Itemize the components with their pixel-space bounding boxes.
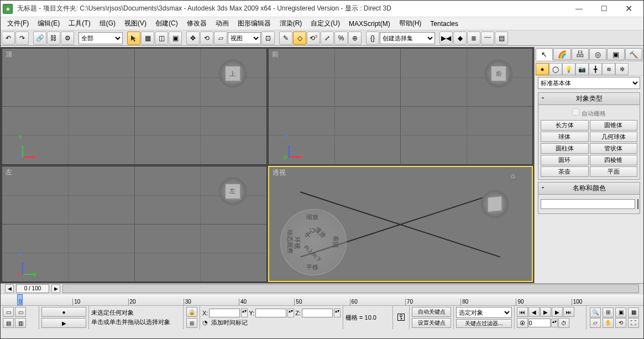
time-tag-icon[interactable]: ◔ — [202, 319, 208, 326]
time-track[interactable] — [62, 284, 639, 293]
time-playhead[interactable] — [17, 294, 23, 305]
add-time-tag[interactable]: 添加时间标记 — [211, 319, 248, 327]
menu-view[interactable]: 视图(V) — [120, 17, 151, 30]
nav-zoom-extents-button[interactable]: ▣ — [615, 307, 626, 317]
named-sets-edit-button[interactable]: {} — [366, 32, 379, 45]
cat-spacewarps[interactable]: ≋ — [602, 63, 615, 75]
align-button[interactable]: ◆ — [453, 32, 467, 45]
btn-cylinder[interactable]: 圆柱体 — [541, 143, 589, 154]
script-listener-icon[interactable]: ▤ — [3, 318, 14, 328]
nav-fov-button[interactable]: ▱ — [590, 318, 601, 328]
viewport-top[interactable]: 顶 上 x y z — [2, 48, 267, 165]
menu-animation[interactable]: 动画 — [211, 17, 233, 30]
menu-help[interactable]: 帮助(H) — [395, 17, 426, 30]
layers-button[interactable]: ≣ — [467, 32, 480, 45]
btn-torus[interactable]: 圆环 — [541, 155, 589, 165]
percent-snap-button[interactable]: ⤢ — [321, 32, 334, 45]
nav-zoomall-button[interactable]: ⊞ — [603, 307, 614, 317]
cat-shapes[interactable]: ◯ — [549, 63, 562, 75]
cat-geometry[interactable]: ● — [536, 63, 549, 75]
btn-pyramid[interactable]: 四棱锥 — [590, 155, 638, 165]
viewcube-front[interactable]: 前 — [481, 56, 516, 91]
viewcube-left[interactable]: 左 — [216, 174, 250, 208]
selection-filter-dropdown[interactable]: 全部 — [78, 32, 123, 44]
next-frame-button[interactable]: ▶ — [552, 307, 563, 317]
menu-customize[interactable]: 自定义(U) — [306, 17, 344, 30]
trackbar-toggle-icon[interactable]: ▭ — [3, 307, 14, 317]
menu-tentacles[interactable]: Tentacles — [426, 18, 463, 29]
select-region-button[interactable]: ◫ — [155, 32, 168, 45]
menu-rendering[interactable]: 渲染(R) — [275, 17, 307, 30]
script-mini-icon[interactable]: ▥ — [15, 318, 26, 328]
window-crossing-button[interactable]: ▣ — [169, 32, 182, 45]
viewcube-persp[interactable] — [478, 187, 512, 221]
tab-modify[interactable]: 🌈 — [553, 48, 570, 60]
macro-rec-icon[interactable]: ● — [41, 307, 86, 317]
link-button[interactable]: 🔗 — [33, 32, 46, 45]
btn-tube[interactable]: 管状体 — [590, 143, 638, 154]
primitive-class-dropdown[interactable]: 标准基本体 — [538, 77, 640, 89]
autokey-button[interactable]: 自动关键点 — [412, 307, 451, 317]
cat-systems[interactable]: ✲ — [615, 63, 629, 75]
time-next-button[interactable]: ▶ — [51, 284, 60, 293]
nav-pan-button[interactable]: ✋ — [603, 318, 614, 328]
steering-wheel[interactable]: 缩放 中心 环视 平移 动态观察 漫游 向上/向下 回放 — [280, 209, 347, 275]
coord-z-input[interactable] — [302, 309, 333, 317]
tab-motion[interactable]: ◎ — [589, 48, 606, 60]
time-slider[interactable]: 0 / 100 — [16, 284, 49, 293]
viewcube-top[interactable]: 上 — [216, 56, 250, 91]
menu-maxscript[interactable]: MAXScript(M) — [344, 18, 395, 29]
object-color-swatch[interactable] — [637, 199, 638, 209]
cat-cameras[interactable]: 📷 — [575, 63, 589, 75]
mirror-button[interactable]: ▶◀ — [439, 32, 453, 45]
lock-selection-icon[interactable]: 🔒 — [186, 307, 197, 317]
viewcube-home-icon[interactable]: ⌂ — [511, 171, 515, 180]
play-button[interactable]: ▶ — [540, 307, 551, 317]
nav-maximize-button[interactable]: ⛶ — [628, 318, 639, 328]
menu-create[interactable]: 创建(C) — [151, 17, 182, 30]
unlink-button[interactable]: ⛓ — [47, 32, 60, 45]
select-name-button[interactable]: ▦ — [141, 32, 154, 45]
autogrid-checkbox[interactable] — [572, 108, 579, 116]
key-icon[interactable]: ⚿ — [397, 312, 406, 322]
close-button[interactable]: ✕ — [616, 1, 641, 17]
menu-modifiers[interactable]: 修改器 — [182, 17, 211, 30]
tab-utilities[interactable]: 🔨 — [625, 48, 642, 60]
rollout-name-color-header[interactable]: 名称和颜色 — [538, 182, 640, 195]
spinner-snap-button[interactable]: % — [334, 32, 348, 45]
bind-button[interactable]: ⚙ — [61, 32, 74, 45]
viewport-perspective[interactable]: 透视 ⌂ 缩放 中心 环视 平移 动态观察 漫游 向上/向下 回放 — [268, 166, 533, 283]
cat-lights[interactable]: 💡 — [562, 63, 575, 75]
rotate-button[interactable]: ⟲ — [200, 32, 213, 45]
named-sets-dropdown[interactable]: 创建选择集 — [380, 32, 435, 44]
goto-start-button[interactable]: ⏮ — [517, 307, 528, 317]
scale-button[interactable]: ▱ — [214, 32, 227, 45]
coord-y-input[interactable] — [255, 309, 286, 317]
schematic-button[interactable]: ▤ — [495, 32, 508, 45]
maximize-button[interactable]: ☐ — [591, 1, 616, 17]
angle-snap-button[interactable]: ⟲3 — [307, 32, 320, 45]
tab-display[interactable]: ▣ — [607, 48, 624, 60]
time-config-button[interactable]: ⏱ — [558, 318, 569, 328]
rollout-object-type-header[interactable]: 对象类型 — [538, 92, 640, 105]
menu-file[interactable]: 文件(F) — [3, 17, 33, 30]
snap-options-button[interactable]: ⊕ — [348, 32, 362, 45]
btn-box[interactable]: 长方体 — [541, 120, 589, 131]
goto-end-button[interactable]: ⏭ — [563, 307, 574, 317]
pivot-button[interactable]: ⊡ — [261, 32, 275, 45]
key-mode-button[interactable]: ⦿ — [517, 318, 528, 328]
trackbar-keys-icon[interactable]: ▭ — [15, 307, 26, 317]
snap-toggle-button[interactable]: ◇ — [293, 32, 306, 45]
viewport-front[interactable]: 前 前 x z y — [268, 48, 533, 165]
redo-button[interactable]: ↷ — [15, 32, 29, 45]
btn-plane[interactable]: 平面 — [590, 166, 638, 177]
time-prev-button[interactable]: ◀ — [5, 284, 14, 293]
key-selection-dropdown[interactable]: 选定对象 — [456, 307, 512, 318]
nav-zoom-extents-all-button[interactable]: ▦ — [628, 307, 639, 317]
key-filters-button[interactable]: 关键点过滤器... — [456, 319, 512, 328]
object-name-input[interactable] — [541, 199, 635, 209]
undo-button[interactable]: ↶ — [2, 32, 15, 45]
ref-coord-dropdown[interactable]: 视图 — [228, 32, 261, 44]
curve-editor-button[interactable]: 〰 — [481, 32, 494, 45]
current-frame-input[interactable] — [528, 319, 551, 327]
